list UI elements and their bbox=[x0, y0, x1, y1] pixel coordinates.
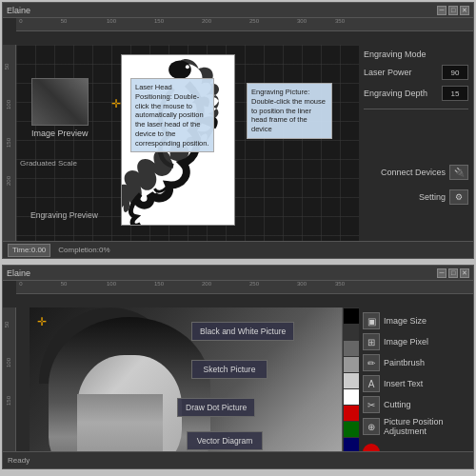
setting-label: Setting bbox=[419, 192, 446, 202]
image-size-icon[interactable]: ▣ bbox=[363, 312, 380, 329]
color-lighter bbox=[344, 373, 359, 388]
completion-status: Completion:0% bbox=[58, 246, 109, 254]
b-ruler-50: 50 bbox=[61, 281, 68, 287]
ruler-mark-350: 350 bbox=[335, 18, 345, 24]
top-title-buttons: ─ □ ✕ bbox=[437, 6, 469, 15]
top-canvas-area[interactable]: Image Preview Graduated Scale ✛ bbox=[16, 45, 359, 241]
ruler-mark-250: 250 bbox=[249, 18, 259, 24]
bottom-minimize-button[interactable]: ─ bbox=[437, 268, 446, 278]
engraving-mode-row: Engraving Mode bbox=[364, 50, 468, 59]
paintbrush-icon[interactable]: ✏ bbox=[363, 354, 380, 371]
ruler-mark-200: 200 bbox=[202, 18, 211, 24]
engraving-picture-tooltip: Engraving Picture: Double-click the mous… bbox=[247, 83, 332, 139]
top-ruler-vertical: 50 100 150 200 bbox=[3, 45, 16, 241]
setting-button[interactable]: ⚙ bbox=[449, 189, 468, 205]
minimize-button[interactable]: ─ bbox=[437, 6, 446, 15]
bottom-window-title: Elaine bbox=[7, 268, 30, 278]
neck-shoulder bbox=[77, 394, 163, 451]
connect-devices-label: Connect Devices bbox=[381, 168, 446, 177]
top-right-panel: Engraving Mode Laser Power Engraving Dep… bbox=[359, 45, 473, 241]
crosshair-icon: ✛ bbox=[111, 97, 121, 110]
b-ruler-250: 250 bbox=[249, 281, 259, 287]
bottom-title-buttons: ─ □ ✕ bbox=[437, 268, 469, 278]
laser-power-label: Laser Power bbox=[364, 68, 412, 77]
bottom-maximize-button[interactable]: □ bbox=[448, 268, 458, 278]
svg-point-1 bbox=[169, 60, 191, 79]
color-dark-gray bbox=[344, 325, 359, 340]
setting-row: Setting ⚙ bbox=[364, 186, 468, 205]
top-window-title: Elaine bbox=[7, 6, 30, 15]
sketch-menu[interactable]: Sketch Picture bbox=[191, 360, 268, 379]
connect-devices-row: Connect Devices 🔌 bbox=[364, 161, 468, 180]
bottom-ruler-horizontal: 0 50 100 150 200 250 300 350 bbox=[16, 281, 473, 294]
top-status-bar: Time:0.00 Completion:0% bbox=[3, 241, 473, 258]
b-ruler-300: 300 bbox=[297, 281, 307, 287]
engraving-mode-label: Engraving Mode bbox=[364, 50, 426, 59]
ruler-mark-50: 50 bbox=[61, 18, 68, 24]
color-blue bbox=[344, 438, 359, 451]
picture-position-label: Picture Position Adjustment bbox=[384, 417, 469, 436]
time-status[interactable]: Time:0.00 bbox=[8, 244, 50, 257]
engraving-preview-label: Engraving Preview bbox=[30, 210, 98, 220]
image-pixel-label: Image Pixel bbox=[384, 337, 428, 347]
engraving-depth-label: Engraving Depth bbox=[364, 89, 427, 98]
laser-head-tooltip: Laser Head Positioning: Double-click the… bbox=[130, 78, 214, 152]
ruler-mark-300: 300 bbox=[297, 18, 307, 24]
bottom-status-text: Ready bbox=[8, 456, 30, 465]
picture-position-row: ⊕ Picture Position Adjustment bbox=[363, 417, 469, 436]
top-thumbnail bbox=[31, 78, 89, 126]
bottom-right-panel: ▣ Image Size ⊞ Image Pixel ✏ Paintbrush … bbox=[359, 307, 473, 451]
top-ruler-horizontal: 0 50 100 150 200 250 300 350 bbox=[16, 18, 473, 31]
insert-text-icon[interactable]: A bbox=[363, 375, 380, 392]
maximize-button[interactable]: □ bbox=[448, 6, 458, 15]
svg-point-2 bbox=[186, 65, 189, 69]
image-size-label: Image Size bbox=[384, 316, 426, 326]
graduated-scale-label: Graduated Scale bbox=[20, 159, 77, 168]
spacer-1 bbox=[364, 117, 468, 155]
b-ruler-350: 350 bbox=[335, 281, 345, 287]
paintbrush-row: ✏ Paintbrush bbox=[363, 354, 469, 371]
top-window: Elaine ─ □ ✕ 0 50 100 150 200 250 300 35… bbox=[2, 2, 474, 259]
paintbrush-label: Paintbrush bbox=[384, 358, 425, 367]
laser-power-row: Laser Power bbox=[364, 65, 468, 80]
image-size-row: ▣ Image Size bbox=[363, 312, 469, 329]
thumbnail-image bbox=[32, 79, 88, 125]
bottom-status-bar: Ready bbox=[3, 451, 473, 468]
vector-diagram-menu[interactable]: Vector Diagram bbox=[187, 431, 263, 450]
b-ruler-0: 0 bbox=[19, 281, 22, 287]
bottom-crosshair-icon: ✛ bbox=[37, 315, 47, 328]
color-black bbox=[344, 308, 359, 324]
image-preview-label: Image Preview bbox=[31, 129, 89, 138]
bottom-ruler-vertical: 50 100 150 bbox=[3, 307, 16, 451]
b-ruler-100: 100 bbox=[107, 281, 116, 287]
close-button[interactable]: ✕ bbox=[460, 6, 469, 15]
image-pixel-row: ⊞ Image Pixel bbox=[363, 333, 469, 350]
bottom-close-button[interactable]: ✕ bbox=[460, 268, 469, 278]
color-gray bbox=[344, 341, 359, 356]
insert-text-row: A Insert Text bbox=[363, 375, 469, 392]
ruler-mark-0: 0 bbox=[19, 18, 22, 24]
color-green bbox=[344, 422, 359, 437]
cutting-icon[interactable]: ✂ bbox=[363, 396, 380, 413]
connect-devices-button[interactable]: 🔌 bbox=[449, 165, 468, 180]
ruler-mark-150: 150 bbox=[154, 18, 164, 24]
color-white bbox=[344, 389, 359, 405]
insert-text-label: Insert Text bbox=[384, 379, 423, 388]
paint-color-strip bbox=[342, 307, 359, 451]
separator-1 bbox=[364, 109, 468, 109]
color-light-gray bbox=[344, 357, 359, 372]
laser-power-input[interactable] bbox=[442, 65, 468, 80]
black-white-menu[interactable]: Black and White Picture bbox=[191, 322, 294, 341]
engraving-depth-input[interactable] bbox=[442, 86, 468, 101]
draw-dot-menu[interactable]: Draw Dot Picture bbox=[177, 398, 255, 417]
cutting-label: Cutting bbox=[384, 400, 411, 409]
bottom-canvas-area[interactable]: ✛ Black and White Picture Sketch Picture bbox=[30, 307, 359, 451]
image-pixel-icon[interactable]: ⊞ bbox=[363, 333, 380, 350]
bottom-title-bar: Elaine ─ □ ✕ bbox=[3, 266, 473, 281]
color-red bbox=[344, 406, 359, 421]
b-ruler-200: 200 bbox=[202, 281, 211, 287]
top-title-bar: Elaine ─ □ ✕ bbox=[3, 3, 473, 18]
bottom-window: Elaine ─ □ ✕ 0 50 100 150 200 250 300 35… bbox=[2, 265, 474, 469]
picture-position-icon[interactable]: ⊕ bbox=[363, 418, 380, 435]
ruler-mark-100: 100 bbox=[107, 18, 116, 24]
